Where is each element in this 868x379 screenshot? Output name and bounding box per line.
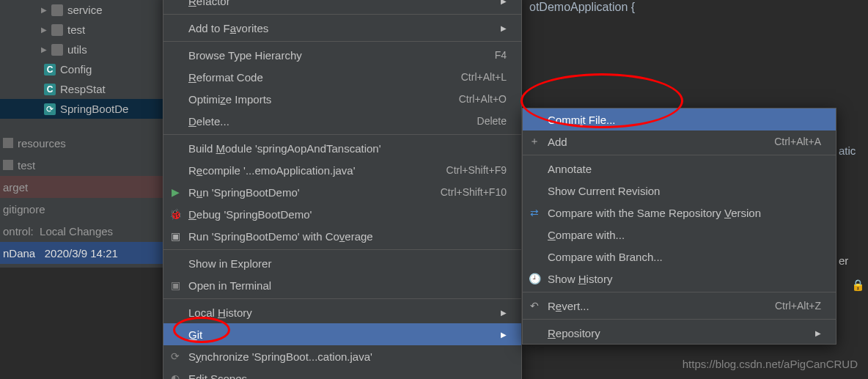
revert-icon: ↶ — [529, 300, 540, 312]
tree-item-springbootdemo[interactable]: ⟳SpringBootDe — [0, 99, 163, 119]
menu-delete[interactable]: Delete...Delete — [163, 110, 521, 132]
folder-icon — [51, 4, 63, 16]
menu-debug[interactable]: 🐞Debug 'SpringBootDemo' — [163, 203, 521, 225]
tree-label: service — [67, 4, 103, 16]
panel-fragment: er — [839, 249, 868, 271]
tree-item-target[interactable]: arget — [0, 176, 163, 198]
menu-optimize-imports[interactable]: Optimize ImportsCtrl+Alt+O — [163, 88, 521, 110]
add-icon: ＋ — [529, 136, 540, 147]
label: Open in Terminal — [188, 279, 271, 292]
menu-refactor[interactable]: Refactor▶ — [163, 0, 521, 12]
tree-item-service[interactable]: ▶service — [0, 0, 163, 20]
menu-repository[interactable]: Repository▶ — [523, 322, 836, 344]
shortcut: Delete — [477, 115, 507, 127]
menu-git[interactable]: Git▶ — [163, 323, 521, 345]
menu-show-explorer[interactable]: Show in Explorer — [163, 252, 521, 274]
menu-revert[interactable]: ↶Revert...Ctrl+Alt+Z — [523, 295, 836, 317]
menu-reformat[interactable]: Reformat CodeCtrl+Alt+L — [163, 66, 521, 88]
menu-recompile[interactable]: Recompile '...emoApplication.java'Ctrl+S… — [163, 159, 521, 181]
label: Show Current Revision — [548, 185, 660, 197]
folder-icon — [3, 160, 13, 170]
class-icon: C — [44, 64, 56, 76]
bottom-panel: resources test arget gitignore ontrol: L… — [0, 132, 163, 264]
history-icon: 🕘 — [529, 273, 540, 284]
tree-item-respstat[interactable]: CRespStat — [0, 79, 163, 99]
menu-show-current-revision[interactable]: Show Current Revision — [523, 180, 836, 202]
menu-separator — [163, 14, 521, 15]
submenu-arrow-icon: ▶ — [501, 0, 507, 5]
menu-separator — [523, 155, 836, 155]
tree-label: Config — [60, 63, 92, 76]
menu-open-terminal[interactable]: ▣Open in Terminal — [163, 274, 521, 296]
expand-arrow-icon: ▶ — [41, 26, 48, 34]
menu-compare-with[interactable]: Compare with... — [523, 224, 836, 246]
shortcut: Ctrl+Alt+O — [459, 93, 507, 105]
tree-label: RespStat — [60, 83, 106, 95]
label: Browse Type Hierarchy — [188, 49, 302, 62]
label: Annotate — [548, 163, 592, 175]
label: resources — [18, 137, 66, 150]
tree-label: utils — [67, 43, 87, 56]
shortcut: Ctrl+Alt+A — [774, 136, 821, 147]
menu-compare-same-repo[interactable]: ⇄Compare with the Same Repository Versio… — [523, 202, 836, 224]
tree-item-test[interactable]: test — [0, 154, 163, 176]
label: gitignore — [3, 203, 45, 216]
vcs-control-row[interactable]: ontrol: Local Changes — [0, 220, 163, 242]
code-fragment: atic — [839, 139, 868, 161]
submenu-arrow-icon: ▶ — [501, 309, 507, 317]
coverage-icon: ▣ — [169, 230, 181, 242]
menu-local-history[interactable]: Local History▶ — [163, 301, 521, 323]
menu-build-module[interactable]: Build Module 'springAopAndTanscation' — [163, 137, 521, 159]
label: Compare with Branch... — [548, 251, 663, 263]
shortcut: Ctrl+Alt+L — [461, 71, 507, 83]
watermark: https://blog.csdn.net/aPigCanCRUD — [683, 358, 858, 370]
menu-annotate[interactable]: Annotate — [523, 158, 836, 180]
label: Show in Explorer — [188, 257, 271, 270]
author: nDana — [3, 247, 35, 260]
menu-run[interactable]: ▶Run 'SpringBootDemo'Ctrl+Shift+F10 — [163, 181, 521, 203]
tree-item-gitignore[interactable]: gitignore — [0, 198, 163, 220]
menu-synchronize[interactable]: ⟳Synchronize 'SpringBoot...cation.java' — [163, 345, 521, 367]
menu-commit-file[interactable]: Commit File... — [523, 108, 836, 130]
sync-icon: ⟳ — [169, 350, 181, 362]
tree-item-config[interactable]: CConfig — [0, 59, 163, 79]
folder-icon — [51, 24, 63, 36]
code-line: otDemoApplication { — [529, 0, 635, 14]
label: Edit Scopes — [188, 372, 247, 380]
menu-separator — [163, 298, 521, 299]
menu-edit-scopes[interactable]: ◐Edit Scopes — [163, 367, 521, 379]
date: 2020/3/9 14:21 — [45, 247, 118, 260]
folder-icon — [51, 44, 63, 56]
menu-browse-hierarchy[interactable]: Browse Type HierarchyF4 — [163, 44, 521, 66]
label: Add — [548, 136, 567, 148]
shortcut: Ctrl+Alt+Z — [775, 300, 821, 312]
scopes-icon: ◐ — [169, 372, 181, 379]
shortcut: F4 — [495, 49, 507, 61]
menu-show-history[interactable]: 🕘Show History — [523, 268, 836, 290]
context-menu-main: Refactor▶ Add to Favorites▶ Browse Type … — [163, 0, 522, 379]
context-menu-git: Commit File... ＋AddCtrl+Alt+A Annotate S… — [522, 108, 836, 345]
menu-git-add[interactable]: ＋AddCtrl+Alt+A — [523, 130, 836, 152]
menu-separator — [163, 134, 521, 135]
menu-add-favorites[interactable]: Add to Favorites▶ — [163, 17, 521, 39]
expand-arrow-icon: ▶ — [41, 45, 48, 54]
menu-separator — [163, 249, 521, 250]
tree-label: test — [67, 23, 85, 36]
tree-item-utils[interactable]: ▶utils — [0, 40, 163, 59]
label: test — [18, 159, 35, 172]
label: arget — [3, 181, 28, 194]
submenu-arrow-icon: ▶ — [815, 329, 821, 337]
menu-compare-branch[interactable]: Compare with Branch... — [523, 246, 836, 268]
expand-arrow-icon: ▶ — [41, 6, 48, 14]
debug-icon: 🐞 — [169, 208, 181, 220]
menu-run-coverage[interactable]: ▣Run 'SpringBootDemo' with Coverage — [163, 225, 521, 247]
class-icon: C — [44, 84, 56, 95]
tree-item-resources[interactable]: resources — [0, 132, 163, 154]
folder-icon — [3, 138, 13, 148]
label: ontrol: — [3, 225, 34, 238]
tree-item-test[interactable]: ▶test — [0, 20, 163, 40]
submenu-arrow-icon: ▶ — [501, 331, 507, 339]
menu-separator — [163, 41, 521, 42]
commit-info-row[interactable]: nDana 2020/3/9 14:21 — [0, 242, 163, 264]
lock-icon: 🔒 — [851, 279, 865, 292]
